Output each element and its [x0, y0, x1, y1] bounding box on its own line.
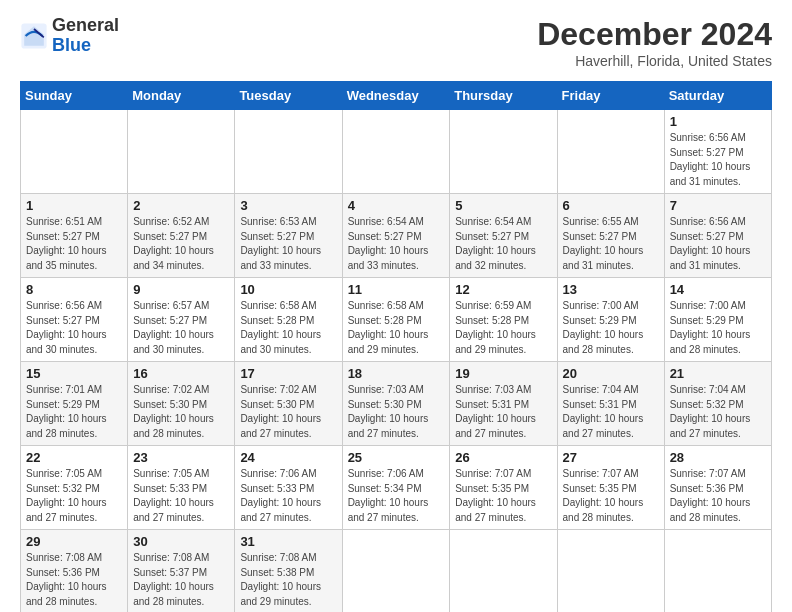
- calendar-cell: 20 Sunrise: 7:04 AMSunset: 5:31 PMDaylig…: [557, 362, 664, 446]
- day-number: 8: [26, 282, 122, 297]
- day-info: Sunrise: 7:00 AMSunset: 5:29 PMDaylight:…: [563, 300, 644, 355]
- logo-icon: [20, 22, 48, 50]
- day-number: 7: [670, 198, 766, 213]
- calendar-cell: [450, 530, 557, 613]
- calendar-cell: [21, 110, 128, 194]
- calendar-cell: 10 Sunrise: 6:58 AMSunset: 5:28 PMDaylig…: [235, 278, 342, 362]
- day-info: Sunrise: 7:06 AMSunset: 5:34 PMDaylight:…: [348, 468, 429, 523]
- calendar-cell: 16 Sunrise: 7:02 AMSunset: 5:30 PMDaylig…: [128, 362, 235, 446]
- day-info: Sunrise: 7:02 AMSunset: 5:30 PMDaylight:…: [133, 384, 214, 439]
- calendar-cell: 3 Sunrise: 6:53 AMSunset: 5:27 PMDayligh…: [235, 194, 342, 278]
- calendar-cell: 24 Sunrise: 7:06 AMSunset: 5:33 PMDaylig…: [235, 446, 342, 530]
- calendar-cell: 22 Sunrise: 7:05 AMSunset: 5:32 PMDaylig…: [21, 446, 128, 530]
- day-number: 16: [133, 366, 229, 381]
- day-info: Sunrise: 7:00 AMSunset: 5:29 PMDaylight:…: [670, 300, 751, 355]
- day-number: 27: [563, 450, 659, 465]
- day-number: 15: [26, 366, 122, 381]
- calendar-cell: 4 Sunrise: 6:54 AMSunset: 5:27 PMDayligh…: [342, 194, 450, 278]
- day-number: 18: [348, 366, 445, 381]
- day-number: 14: [670, 282, 766, 297]
- logo: General Blue: [20, 16, 119, 56]
- day-info: Sunrise: 7:08 AMSunset: 5:37 PMDaylight:…: [133, 552, 214, 607]
- calendar-cell: [342, 530, 450, 613]
- day-info: Sunrise: 6:55 AMSunset: 5:27 PMDaylight:…: [563, 216, 644, 271]
- day-info: Sunrise: 7:03 AMSunset: 5:30 PMDaylight:…: [348, 384, 429, 439]
- calendar-cell: 17 Sunrise: 7:02 AMSunset: 5:30 PMDaylig…: [235, 362, 342, 446]
- calendar-table: Sunday Monday Tuesday Wednesday Thursday…: [20, 81, 772, 612]
- logo-blue: Blue: [52, 35, 91, 55]
- calendar-cell: 27 Sunrise: 7:07 AMSunset: 5:35 PMDaylig…: [557, 446, 664, 530]
- calendar-cell: 11 Sunrise: 6:58 AMSunset: 5:28 PMDaylig…: [342, 278, 450, 362]
- day-number: 11: [348, 282, 445, 297]
- day-info: Sunrise: 7:06 AMSunset: 5:33 PMDaylight:…: [240, 468, 321, 523]
- day-info: Sunrise: 6:59 AMSunset: 5:28 PMDaylight:…: [455, 300, 536, 355]
- calendar-cell: 7 Sunrise: 6:56 AMSunset: 5:27 PMDayligh…: [664, 194, 771, 278]
- day-number: 4: [348, 198, 445, 213]
- calendar-week-row: 1 Sunrise: 6:51 AMSunset: 5:27 PMDayligh…: [21, 194, 772, 278]
- day-number: 19: [455, 366, 551, 381]
- calendar-cell: 5 Sunrise: 6:54 AMSunset: 5:27 PMDayligh…: [450, 194, 557, 278]
- calendar-cell: 23 Sunrise: 7:05 AMSunset: 5:33 PMDaylig…: [128, 446, 235, 530]
- calendar-cell: 13 Sunrise: 7:00 AMSunset: 5:29 PMDaylig…: [557, 278, 664, 362]
- day-number: 25: [348, 450, 445, 465]
- header: General Blue December 2024 Haverhill, Fl…: [20, 16, 772, 69]
- day-info: Sunrise: 7:01 AMSunset: 5:29 PMDaylight:…: [26, 384, 107, 439]
- page-container: General Blue December 2024 Haverhill, Fl…: [0, 0, 792, 612]
- calendar-cell: [450, 110, 557, 194]
- day-number: 26: [455, 450, 551, 465]
- day-info: Sunrise: 6:57 AMSunset: 5:27 PMDaylight:…: [133, 300, 214, 355]
- day-number: 31: [240, 534, 336, 549]
- calendar-cell: [557, 530, 664, 613]
- col-sunday: Sunday: [21, 82, 128, 110]
- day-info: Sunrise: 7:05 AMSunset: 5:33 PMDaylight:…: [133, 468, 214, 523]
- day-info: Sunrise: 7:03 AMSunset: 5:31 PMDaylight:…: [455, 384, 536, 439]
- calendar-cell: 28 Sunrise: 7:07 AMSunset: 5:36 PMDaylig…: [664, 446, 771, 530]
- col-monday: Monday: [128, 82, 235, 110]
- day-number: 17: [240, 366, 336, 381]
- logo-general: General: [52, 15, 119, 35]
- calendar-cell: 21 Sunrise: 7:04 AMSunset: 5:32 PMDaylig…: [664, 362, 771, 446]
- col-thursday: Thursday: [450, 82, 557, 110]
- day-number: 23: [133, 450, 229, 465]
- calendar-cell: [664, 530, 771, 613]
- col-friday: Friday: [557, 82, 664, 110]
- calendar-cell: 8 Sunrise: 6:56 AMSunset: 5:27 PMDayligh…: [21, 278, 128, 362]
- calendar-week-row: 8 Sunrise: 6:56 AMSunset: 5:27 PMDayligh…: [21, 278, 772, 362]
- day-number: 13: [563, 282, 659, 297]
- day-info: Sunrise: 6:56 AMSunset: 5:27 PMDaylight:…: [670, 132, 751, 187]
- logo-text: General Blue: [52, 16, 119, 56]
- day-number: 5: [455, 198, 551, 213]
- calendar-cell: [557, 110, 664, 194]
- calendar-cell: 1 Sunrise: 6:51 AMSunset: 5:27 PMDayligh…: [21, 194, 128, 278]
- day-number: 12: [455, 282, 551, 297]
- day-number: 28: [670, 450, 766, 465]
- day-info: Sunrise: 6:58 AMSunset: 5:28 PMDaylight:…: [348, 300, 429, 355]
- calendar-cell: 30 Sunrise: 7:08 AMSunset: 5:37 PMDaylig…: [128, 530, 235, 613]
- day-info: Sunrise: 6:51 AMSunset: 5:27 PMDaylight:…: [26, 216, 107, 271]
- calendar-cell: 29 Sunrise: 7:08 AMSunset: 5:36 PMDaylig…: [21, 530, 128, 613]
- day-info: Sunrise: 7:07 AMSunset: 5:35 PMDaylight:…: [563, 468, 644, 523]
- calendar-cell: [342, 110, 450, 194]
- day-number: 20: [563, 366, 659, 381]
- day-info: Sunrise: 6:53 AMSunset: 5:27 PMDaylight:…: [240, 216, 321, 271]
- calendar-week-row: 29 Sunrise: 7:08 AMSunset: 5:36 PMDaylig…: [21, 530, 772, 613]
- day-number: 2: [133, 198, 229, 213]
- day-info: Sunrise: 6:58 AMSunset: 5:28 PMDaylight:…: [240, 300, 321, 355]
- calendar-week-row: 1 Sunrise: 6:56 AMSunset: 5:27 PMDayligh…: [21, 110, 772, 194]
- day-number: 1: [26, 198, 122, 213]
- calendar-week-row: 22 Sunrise: 7:05 AMSunset: 5:32 PMDaylig…: [21, 446, 772, 530]
- calendar-cell: 15 Sunrise: 7:01 AMSunset: 5:29 PMDaylig…: [21, 362, 128, 446]
- day-number: 22: [26, 450, 122, 465]
- day-info: Sunrise: 7:04 AMSunset: 5:32 PMDaylight:…: [670, 384, 751, 439]
- col-saturday: Saturday: [664, 82, 771, 110]
- day-info: Sunrise: 6:54 AMSunset: 5:27 PMDaylight:…: [455, 216, 536, 271]
- day-number: 21: [670, 366, 766, 381]
- calendar-cell: 9 Sunrise: 6:57 AMSunset: 5:27 PMDayligh…: [128, 278, 235, 362]
- day-number: 3: [240, 198, 336, 213]
- day-info: Sunrise: 6:56 AMSunset: 5:27 PMDaylight:…: [26, 300, 107, 355]
- day-info: Sunrise: 7:08 AMSunset: 5:36 PMDaylight:…: [26, 552, 107, 607]
- day-number: 6: [563, 198, 659, 213]
- day-info: Sunrise: 6:54 AMSunset: 5:27 PMDaylight:…: [348, 216, 429, 271]
- calendar-cell: 18 Sunrise: 7:03 AMSunset: 5:30 PMDaylig…: [342, 362, 450, 446]
- calendar-cell: 6 Sunrise: 6:55 AMSunset: 5:27 PMDayligh…: [557, 194, 664, 278]
